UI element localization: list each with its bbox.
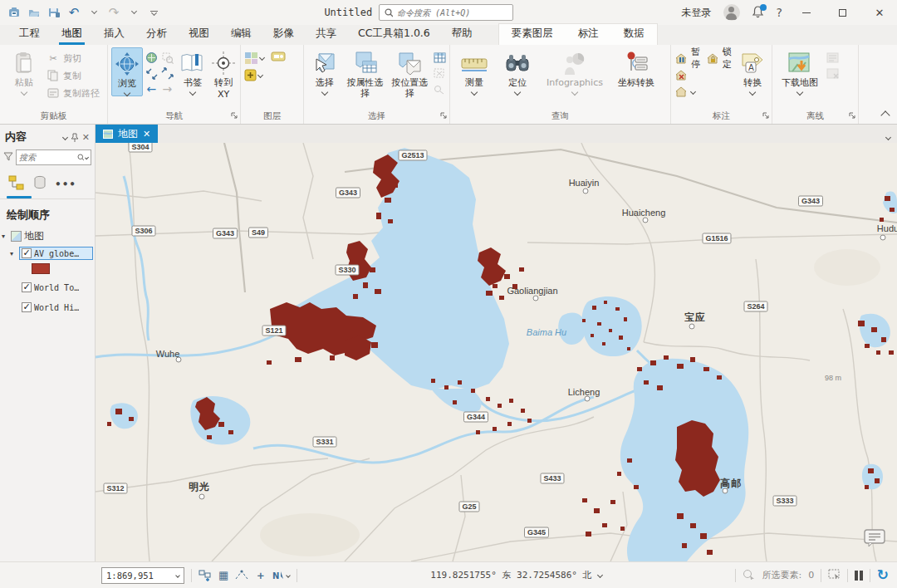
selection-extent-icon[interactable]: [828, 569, 841, 582]
fixed-zoom-out-icon[interactable]: [160, 66, 174, 80]
sync-map-icon[interactable]: [826, 51, 839, 64]
previous-extent-icon[interactable]: ←: [145, 82, 158, 96]
tree-node-map[interactable]: ▾ 地图: [0, 228, 95, 245]
map-view-tab[interactable]: 地图 ✕: [96, 125, 158, 143]
pin-icon[interactable]: [71, 133, 79, 142]
layer-checkbox[interactable]: [22, 302, 32, 312]
data-source-tab-icon[interactable]: [33, 175, 47, 193]
select-by-location-button[interactable]: 按位置选择: [388, 47, 431, 99]
measure-button[interactable]: 测量: [453, 47, 495, 95]
save-project-icon[interactable]: [5, 3, 23, 22]
next-extent-icon[interactable]: →: [160, 82, 174, 96]
grid-icon[interactable]: ▦: [218, 569, 228, 581]
explore-button[interactable]: 浏览: [111, 47, 143, 96]
cut-button[interactable]: ✂剪切: [47, 51, 100, 66]
notifications-bell-icon[interactable]: [752, 5, 765, 20]
tree-node-layer-hillshade[interactable]: World_Hi…: [0, 301, 95, 314]
undo-dropdown-icon[interactable]: [85, 3, 103, 22]
goto-xy-button[interactable]: 转到XY: [210, 47, 237, 100]
close-button[interactable]: ✕: [867, 3, 892, 22]
notification-log-icon[interactable]: [864, 529, 885, 550]
selection-dialog-launcher-icon[interactable]: [440, 110, 448, 122]
command-search-input[interactable]: [397, 8, 507, 17]
scale-dropdown[interactable]: 1:869,951: [101, 567, 184, 584]
pause-labeling-button[interactable]: 暂停: [674, 51, 704, 66]
zoom-to-selection-icon[interactable]: [160, 51, 174, 64]
layer-symbol-row[interactable]: [0, 262, 95, 276]
pane-menu-chevron-icon[interactable]: [63, 135, 67, 140]
tab-project[interactable]: 工程: [8, 24, 51, 45]
collapse-ribbon-icon[interactable]: [880, 110, 890, 120]
fixed-zoom-in-icon[interactable]: [145, 66, 158, 80]
lock-labels-button[interactable]: 锁定: [706, 51, 736, 66]
close-pane-icon[interactable]: ✕: [82, 132, 90, 143]
tab-imagery[interactable]: 影像: [262, 24, 305, 45]
tab-help[interactable]: 帮助: [441, 24, 483, 45]
add-data-button[interactable]: [244, 69, 262, 81]
locate-button[interactable]: 定位: [497, 47, 538, 95]
tab-map[interactable]: 地图: [51, 24, 93, 45]
selection-options-icon[interactable]: [433, 82, 446, 96]
tab-edit[interactable]: 编辑: [220, 24, 262, 45]
select-by-attributes-button[interactable]: 按属性选择: [344, 47, 387, 99]
quick-access-overflow-icon[interactable]: [145, 3, 163, 22]
tree-node-layer-av-globe[interactable]: ▾ AV_globe…: [0, 245, 95, 262]
tab-view[interactable]: 视图: [178, 24, 220, 45]
layer-checkbox[interactable]: [22, 282, 32, 292]
select-button[interactable]: 选择: [307, 47, 342, 95]
remove-map-icon[interactable]: [826, 66, 839, 80]
more-labeling-button[interactable]: [674, 84, 704, 99]
redo-dropdown-icon[interactable]: [125, 3, 143, 22]
download-map-button[interactable]: 下载地图: [776, 47, 824, 95]
tab-share[interactable]: 共享: [305, 24, 347, 45]
map-canvas[interactable]: S304 G2513 G343 S306 G343 S49 S330 G1516…: [96, 143, 897, 561]
minimize-button[interactable]: [794, 3, 819, 22]
offline-dialog-launcher-icon[interactable]: [849, 110, 856, 122]
tab-insert[interactable]: 插入: [93, 24, 135, 45]
contents-search[interactable]: [16, 149, 91, 165]
bookmarks-button[interactable]: 书签: [177, 47, 208, 95]
expand-icon[interactable]: ▾: [10, 250, 17, 257]
tab-analysis[interactable]: 分析: [135, 24, 178, 45]
undo-button[interactable]: ↶: [65, 3, 83, 22]
labeling-dialog-launcher-icon[interactable]: [762, 110, 770, 122]
tab-list-chevron-icon[interactable]: [886, 130, 890, 142]
close-view-icon[interactable]: ✕: [143, 129, 150, 140]
more-tabs-icon[interactable]: •••: [55, 179, 76, 190]
full-extent-icon[interactable]: [145, 51, 158, 64]
expand-icon[interactable]: ▾: [2, 233, 8, 240]
pause-drawing-button[interactable]: [855, 571, 863, 581]
navigate-dialog-launcher-icon[interactable]: [231, 110, 238, 122]
command-search[interactable]: [379, 4, 513, 21]
selected-layer-item[interactable]: AV_globe…: [19, 247, 93, 260]
paste-button[interactable]: 粘贴: [3, 47, 45, 95]
clear-selection-icon[interactable]: [433, 66, 446, 80]
basemap-button[interactable]: [244, 51, 264, 65]
account-avatar[interactable]: [723, 4, 740, 21]
snapping-icon[interactable]: [235, 570, 248, 581]
north-arrow-icon[interactable]: N: [272, 570, 290, 581]
layer-checkbox[interactable]: [22, 248, 32, 258]
drawing-order-tab-icon[interactable]: [8, 175, 25, 193]
tree-node-layer-topo[interactable]: World To…: [0, 281, 95, 294]
tab-data[interactable]: 数据: [611, 24, 657, 45]
help-icon[interactable]: ?: [777, 6, 782, 19]
clear-labels-button[interactable]: [674, 67, 704, 82]
layer-color-swatch[interactable]: [32, 263, 50, 274]
open-project-icon[interactable]: [25, 3, 43, 22]
coordinate-readout[interactable]: 119.8251755° 东 32.7254586° 北: [430, 569, 601, 581]
refresh-icon[interactable]: ↻: [877, 568, 889, 582]
tab-labeling[interactable]: 标注: [566, 24, 611, 45]
sign-in-status[interactable]: 未登录: [682, 6, 712, 20]
infographics-button[interactable]: Infographics: [540, 47, 610, 95]
coordinate-conversion-button[interactable]: 坐标转换: [611, 47, 661, 89]
tab-cc-toolbox[interactable]: CC工具箱1.0.6: [347, 24, 441, 45]
filter-icon[interactable]: [3, 152, 13, 164]
copy-path-button[interactable]: 复制路径: [47, 86, 100, 100]
attribute-table-icon[interactable]: [433, 51, 446, 64]
convert-labels-button[interactable]: A 转换: [738, 47, 768, 95]
contents-search-input[interactable]: [19, 153, 76, 162]
redo-button[interactable]: ↷: [105, 3, 123, 22]
crosshair-icon[interactable]: ＋: [255, 568, 266, 583]
maximize-button[interactable]: [831, 3, 855, 22]
